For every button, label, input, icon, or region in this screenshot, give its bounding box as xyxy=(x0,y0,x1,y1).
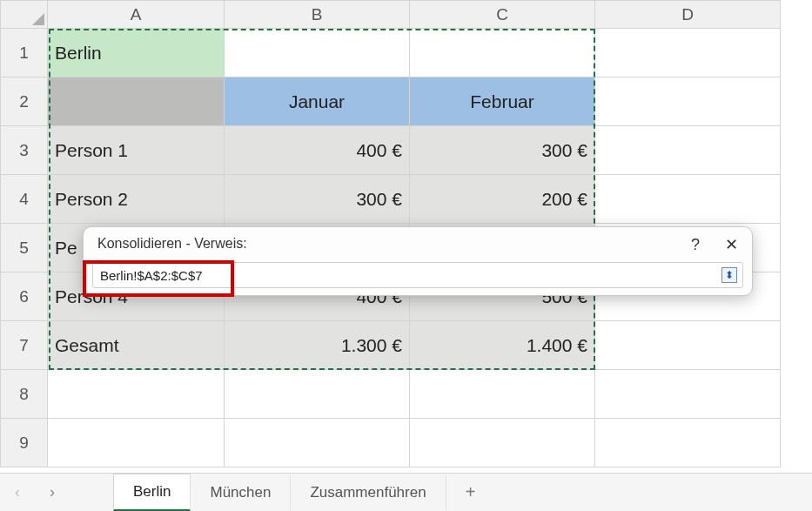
col-header-A[interactable]: A xyxy=(48,1,225,29)
reference-input-wrap: ⬍ xyxy=(92,262,743,288)
row-header-4[interactable]: 4 xyxy=(1,175,48,224)
row-header-8[interactable]: 8 xyxy=(1,370,48,419)
cell-B9[interactable] xyxy=(225,419,410,467)
cell-D4[interactable] xyxy=(595,175,781,224)
col-header-B[interactable]: B xyxy=(225,1,410,29)
cell-A8[interactable] xyxy=(48,370,225,419)
dialog-help-button[interactable]: ? xyxy=(691,236,700,254)
cell-C1[interactable] xyxy=(410,29,595,77)
row-header-6[interactable]: 6 xyxy=(1,272,48,321)
sheet-tab-bar: ‹ › Berlin München Zusammenführen + xyxy=(0,473,812,511)
tab-nav-next[interactable]: › xyxy=(35,483,70,501)
cell-A2[interactable] xyxy=(48,77,225,126)
cell-C2[interactable]: Februar xyxy=(410,77,595,126)
consolidate-reference-dialog: Konsolidieren - Verweis: ? ✕ ⬍ xyxy=(83,226,753,296)
dialog-close-button[interactable]: ✕ xyxy=(725,235,738,254)
dialog-title: Konsolidieren - Verweis: xyxy=(97,236,247,252)
cell-C3[interactable]: 300 € xyxy=(410,126,595,175)
tab-nav-prev[interactable]: ‹ xyxy=(0,483,35,501)
cell-A4[interactable]: Person 2 xyxy=(48,175,225,224)
cell-A7[interactable]: Gesamt xyxy=(48,321,225,370)
cell-D7[interactable] xyxy=(595,321,781,370)
col-header-C[interactable]: C xyxy=(410,1,595,29)
cell-C8[interactable] xyxy=(410,370,595,419)
cell-C9[interactable] xyxy=(410,419,595,467)
cell-D9[interactable] xyxy=(595,419,781,467)
cell-B4[interactable]: 300 € xyxy=(225,175,410,224)
cell-B8[interactable] xyxy=(225,370,410,419)
row-header-1[interactable]: 1 xyxy=(1,29,48,77)
sheet-tab-zusammenfuehren[interactable]: Zusammenführen xyxy=(291,475,446,510)
row-header-2[interactable]: 2 xyxy=(1,77,48,126)
cell-A9[interactable] xyxy=(48,419,225,467)
cell-B7[interactable]: 1.300 € xyxy=(225,321,410,370)
reference-input[interactable] xyxy=(93,268,742,283)
cell-B1[interactable] xyxy=(225,29,410,77)
cell-A1[interactable]: Berlin xyxy=(48,29,225,77)
expand-dialog-icon[interactable]: ⬍ xyxy=(721,267,737,283)
cell-B3[interactable]: 400 € xyxy=(225,126,410,175)
cell-D2[interactable] xyxy=(595,77,781,126)
row-header-7[interactable]: 7 xyxy=(1,321,48,370)
expand-icon: ⬍ xyxy=(725,269,734,281)
row-header-9[interactable]: 9 xyxy=(1,419,48,467)
cell-D8[interactable] xyxy=(595,370,781,419)
row-header-3[interactable]: 3 xyxy=(1,126,48,175)
sheet-tab-berlin[interactable]: Berlin xyxy=(113,474,191,512)
add-sheet-button[interactable]: + xyxy=(446,474,495,511)
cell-D1[interactable] xyxy=(595,29,781,77)
cell-B2[interactable]: Januar xyxy=(225,77,410,126)
cell-D3[interactable] xyxy=(595,126,781,175)
col-header-D[interactable]: D xyxy=(595,1,781,29)
cell-A3[interactable]: Person 1 xyxy=(48,126,225,175)
row-header-5[interactable]: 5 xyxy=(1,224,48,272)
cell-C4[interactable]: 200 € xyxy=(410,175,595,224)
select-all-corner[interactable] xyxy=(1,1,48,29)
cell-C7[interactable]: 1.400 € xyxy=(410,321,595,370)
sheet-tab-muenchen[interactable]: München xyxy=(191,475,291,510)
